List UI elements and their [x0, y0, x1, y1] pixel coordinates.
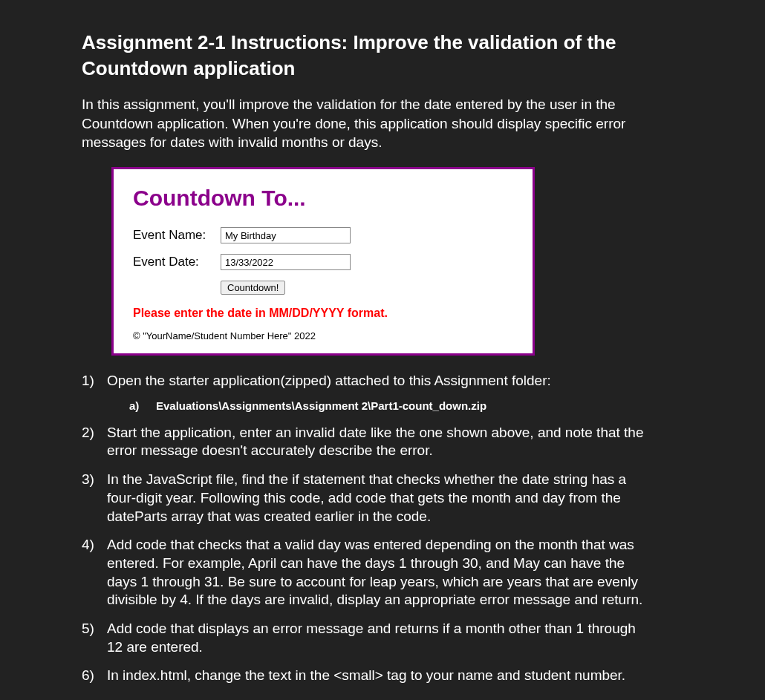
event-name-input[interactable]	[221, 227, 351, 243]
event-date-row: Event Date:	[133, 254, 513, 270]
step-1: Open the starter application(zipped) att…	[82, 372, 646, 413]
step-6: In index.html, change the text in the <s…	[82, 667, 646, 685]
app-footer: © "YourName/Student Number Here" 2022	[133, 330, 513, 341]
page-title: Assignment 2-1 Instructions: Improve the…	[82, 30, 661, 82]
event-date-input[interactable]	[221, 254, 351, 270]
error-message: Please enter the date in MM/DD/YYYY form…	[133, 307, 513, 320]
countdown-app-screenshot: Countdown To... Event Name: Event Date: …	[111, 167, 535, 356]
step-4: Add code that checks that a valid day wa…	[82, 536, 646, 609]
app-title: Countdown To...	[133, 186, 513, 211]
step-1-text: Open the starter application(zipped) att…	[107, 373, 551, 388]
step-1a-text: Evaluations\Assignments\Assignment 2\Par…	[156, 399, 486, 412]
step-2: Start the application, enter an invalid …	[82, 424, 646, 460]
intro-paragraph: In this assignment, you'll improve the v…	[82, 95, 631, 152]
step-5: Add code that displays an error message …	[82, 620, 646, 656]
instructions-list: Open the starter application(zipped) att…	[82, 372, 661, 685]
event-name-row: Event Name:	[133, 227, 513, 243]
countdown-button[interactable]: Countdown!	[221, 281, 285, 295]
step-3: In the JavaScript file, find the if stat…	[82, 471, 646, 526]
event-name-label: Event Name:	[133, 228, 221, 243]
event-date-label: Event Date:	[133, 255, 221, 269]
step-1a: Evaluations\Assignments\Assignment 2\Par…	[107, 398, 646, 413]
